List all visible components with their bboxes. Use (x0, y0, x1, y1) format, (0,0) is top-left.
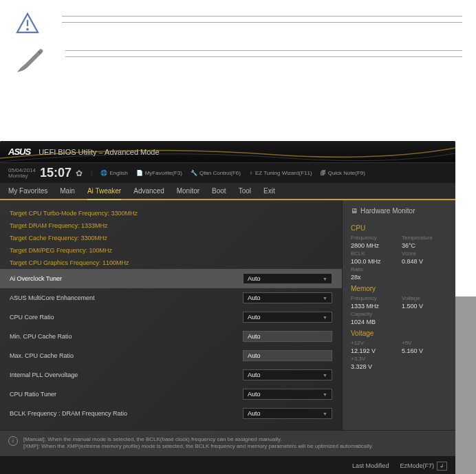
mem-capacity: 1024 MB (351, 319, 396, 325)
tab-ai-tweaker[interactable]: Ai Tweaker (87, 187, 121, 200)
help-text: [Manual]: When the manual mode is select… (23, 436, 374, 451)
setting-bclk-dram-ratio[interactable]: BCLK Frequency : DRAM Frequency Ratio Au… (10, 404, 332, 423)
chevron-down-icon: ▼ (323, 392, 327, 397)
divider (65, 56, 462, 57)
bios-window-title: UEFI BIOS Utility – Advanced Mode (39, 148, 159, 156)
ez-tuning-button[interactable]: ♀ EZ Tuning Wizard(F11) (249, 170, 312, 176)
setting-max-cpu-cache-ratio[interactable]: Max. CPU Cache Ratio Auto (10, 346, 332, 365)
mem-frequency: 1333 MHz (351, 303, 396, 310)
day-text: Monday (8, 173, 36, 179)
target-info: Target CPU Graphics Frequency: 1100MHz (10, 257, 332, 269)
switch-mode-icon: ↲ (437, 462, 447, 471)
tab-tool[interactable]: Tool (239, 187, 251, 195)
last-modified-button[interactable]: Last Modified (352, 462, 389, 469)
settings-gear-icon[interactable]: ✿ (76, 169, 83, 178)
target-info: Target Cache Frequency: 3300MHz (10, 232, 332, 244)
tab-main[interactable]: Main (60, 187, 75, 195)
hw-memory-section: Memory (351, 285, 447, 292)
dropdown[interactable]: Auto▼ (243, 273, 332, 284)
target-info: Target CPU Turbo-Mode Frequency: 3300MHz (10, 207, 332, 219)
qfan-control-button[interactable]: 🔧 Qfan Control(F6) (191, 170, 241, 176)
quick-note-button[interactable]: 🗐 Quick Note(F9) (321, 170, 365, 176)
dropdown[interactable]: Auto▼ (243, 292, 332, 303)
hw-voltage-section: Voltage (351, 330, 447, 337)
voltage-3v3: 3.328 V (351, 363, 396, 370)
hardware-monitor-panel: 🖥 Hardware Monitor CPU Frequency Tempera… (342, 200, 455, 430)
info-icon: i (8, 436, 18, 446)
setting-min-cpu-cache-ratio[interactable]: Min. CPU Cache Ratio Auto (10, 327, 332, 346)
chevron-down-icon: ▼ (323, 277, 327, 281)
setting-multicore-enhancement[interactable]: ASUS MultiCore Enhancement Auto▼ (10, 288, 332, 308)
tab-exit[interactable]: Exit (263, 187, 275, 195)
tab-monitor[interactable]: Monitor (177, 187, 199, 195)
svg-point-1 (27, 29, 28, 30)
hw-cpu-section: CPU (351, 224, 447, 232)
hw-monitor-title: 🖥 Hardware Monitor (351, 207, 447, 220)
input-field[interactable]: Auto (243, 331, 332, 342)
cpu-vcore: 0.848 V (402, 258, 447, 265)
cpu-frequency: 2800 MHz (351, 242, 396, 249)
settings-panel: Target CPU Turbo-Mode Frequency: 3300MHz… (0, 200, 342, 430)
mem-voltage: 1.500 V (402, 303, 447, 310)
note-pen-icon (14, 45, 45, 76)
clock-time: 15:07 (40, 166, 72, 180)
chevron-down-icon: ▼ (323, 373, 327, 378)
target-info: Target DRAM Frequency: 1333MHz (10, 219, 332, 232)
dropdown[interactable]: Auto▼ (243, 369, 332, 380)
dropdown[interactable]: Auto▼ (243, 312, 332, 323)
my-favorite-button[interactable]: 📄 MyFavorite(F3) (136, 170, 182, 176)
warning-icon (14, 10, 41, 38)
language-selector[interactable]: 🌐 English (100, 170, 127, 176)
divider (65, 50, 462, 51)
divider (62, 22, 462, 23)
setting-internal-pll-overvoltage[interactable]: Internal PLL Overvoltage Auto▼ (10, 365, 332, 385)
chevron-down-icon: ▼ (323, 296, 327, 301)
dropdown[interactable]: Auto▼ (243, 408, 332, 419)
setting-cpu-ratio-tuner[interactable]: CPU Ratio Tuner Auto▼ (10, 385, 332, 404)
cpu-bclk: 100.0 MHz (351, 258, 396, 265)
voltage-5v: 5.160 V (402, 347, 447, 354)
setting-cpu-core-ratio[interactable]: CPU Core Ratio Auto▼ (10, 308, 332, 327)
setting-ai-overclock-tuner[interactable]: Ai Overclock Tuner Auto▼ (0, 269, 342, 288)
ezmode-button[interactable]: EzMode(F7)↲ (400, 462, 447, 471)
voltage-12v: 12.192 V (351, 347, 396, 354)
target-info: Target DMI/PEG Frequency: 100MHz (10, 244, 332, 257)
page-edge-decoration (455, 297, 476, 474)
divider (62, 16, 462, 17)
chevron-down-icon: ▼ (323, 315, 327, 320)
asus-logo: ASUS (8, 147, 30, 157)
tab-advanced[interactable]: Advanced (133, 187, 164, 195)
cpu-ratio: 28x (351, 274, 396, 281)
tab-my-favorites[interactable]: My Favorites (8, 187, 47, 195)
datetime-block: 05/04/2014 Monday 15:07 ✿ (8, 166, 83, 180)
dropdown[interactable]: Auto▼ (243, 389, 332, 400)
input-field[interactable]: Auto (243, 350, 332, 361)
cpu-temperature: 36°C (402, 242, 447, 249)
tab-boot[interactable]: Boot (212, 187, 226, 195)
chevron-down-icon: ▼ (323, 411, 327, 416)
help-panel: i [Manual]: When the manual mode is sele… (0, 430, 455, 456)
bios-screenshot: ASUS UEFI BIOS Utility – Advanced Mode 0… (0, 141, 455, 474)
